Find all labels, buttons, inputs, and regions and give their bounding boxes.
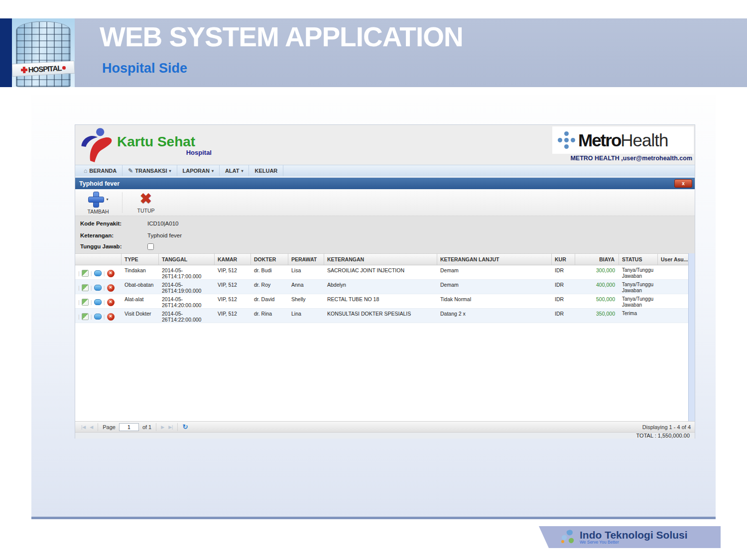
column-header-perawat[interactable]: PERAWAT	[288, 254, 324, 265]
table-header-row: TYPE TANGGAL KAMAR DOKTER PERAWAT KETERA…	[75, 253, 689, 265]
cell-kur: IDR	[552, 265, 575, 279]
cell-status: Tanya/Tunggu Jawaban	[619, 265, 658, 279]
cell-keterangan: SACROILIAC JOINT INJECTION	[324, 265, 437, 279]
window-title: Typhoid fever	[75, 180, 120, 187]
prev-page-button[interactable]: ◀	[88, 425, 95, 430]
cell-keterangan-lanjut: Demam	[437, 265, 552, 279]
window-close-button[interactable]: x	[674, 179, 692, 188]
cell-type: Tindakan	[122, 265, 159, 279]
hospital-building-illustration	[16, 21, 71, 87]
comment-icon[interactable]	[94, 299, 102, 305]
cell-biaya: 500,000	[575, 294, 619, 308]
window-titlebar: Typhoid fever x	[75, 178, 695, 189]
delete-icon[interactable]: ✕	[107, 313, 115, 321]
kartu-sehat-logo-icon	[79, 127, 116, 164]
cell-tanggal: 2014-05-26T14:22:00.000	[159, 309, 215, 323]
brand-name: Kartu Sehat	[117, 134, 232, 150]
tambah-label: TAMBAH	[88, 209, 109, 215]
delete-icon[interactable]: ✕	[107, 270, 115, 277]
kode-penyakit-value: ICD10|A010	[147, 221, 178, 226]
comment-icon[interactable]	[94, 285, 102, 291]
cell-type: Obat-obatan	[122, 280, 159, 294]
cell-tanggal: 2014-05-26T14:20:00.000	[159, 294, 215, 308]
first-page-button[interactable]: |◀	[79, 425, 88, 430]
slide-subtitle: Hospital Side	[102, 61, 187, 76]
table-row[interactable]: | | | ✕ Alat-alat 2014-05-26T14:20:00.00…	[75, 294, 689, 309]
table-row[interactable]: | | | ✕ Obat-obatan 2014-05-26T14:19:00.…	[75, 280, 689, 294]
tambah-button[interactable]: ▾ TAMBAH	[77, 191, 119, 215]
delete-icon[interactable]: ✕	[107, 284, 115, 292]
column-header-keterangan[interactable]: KETERANGAN	[324, 254, 437, 265]
navy-accent-stripe	[0, 18, 12, 87]
chevron-down-icon: ▾	[241, 169, 243, 173]
chevron-down-icon: ▾	[212, 169, 214, 173]
cell-dokter: dr. David	[251, 294, 288, 308]
keterangan-label: Keterangan:	[80, 232, 147, 238]
comment-icon[interactable]	[94, 314, 102, 320]
cell-biaya: 350,000	[575, 309, 619, 323]
column-header-kur[interactable]: KUR	[552, 254, 575, 265]
account-info: METRO HEALTH ,user@metrohealth.com	[570, 155, 692, 162]
cell-keterangan: Abdelyn	[324, 280, 437, 294]
actions-column-header	[75, 254, 122, 265]
tutup-label: TUTUP	[137, 208, 155, 214]
column-header-keterangan-lanjut[interactable]: KETERANGAN LANJUT	[437, 254, 552, 265]
next-page-button[interactable]: ▶	[159, 425, 166, 430]
column-header-tanggal[interactable]: TANGGAL	[159, 254, 215, 265]
nav-item-beranda[interactable]: ⌂ BERANDA	[78, 165, 123, 176]
table-row[interactable]: | | | ✕ Visit Dokter 2014-05-26T14:22:00…	[75, 309, 689, 323]
nav-label: BERANDA	[89, 168, 117, 174]
chevron-down-icon: ▾	[106, 197, 108, 202]
close-x-icon: ✖	[140, 191, 152, 207]
column-header-biaya[interactable]: BIAYA	[575, 254, 619, 265]
page-number-input[interactable]	[119, 423, 139, 431]
nav-label: KELUAR	[254, 168, 277, 174]
cell-user	[658, 280, 689, 294]
row-actions: | | | ✕	[75, 309, 122, 323]
cell-kamar: VIP, 512	[215, 294, 251, 308]
app-header: Kartu Sehat Hospital MetroHealth METRO H…	[75, 125, 695, 165]
cell-keterangan: KONSULTASI DOKTER SPESIALIS	[324, 309, 437, 323]
cell-status: Tanya/Tunggu Jawaban	[619, 294, 658, 308]
last-page-button[interactable]: ▶|	[166, 425, 175, 430]
divider	[177, 423, 178, 431]
detail-icon[interactable]	[82, 270, 89, 277]
metro-logo-bold-text: Metro	[578, 130, 621, 150]
tunggu-jawab-label: Tunggu Jawab:	[80, 243, 147, 250]
pencil-icon: ✎	[128, 167, 133, 174]
metrohealth-logo: MetroHealth	[552, 126, 694, 154]
nav-item-transaksi[interactable]: ✎ TRANSAKSI ▾	[123, 165, 177, 176]
cell-perawat: Lisa	[288, 265, 324, 279]
table-row[interactable]: | | | ✕ Tindakan 2014-05-26T14:17:00.000…	[75, 265, 689, 280]
page-label: Page	[103, 424, 116, 430]
divider	[156, 423, 156, 431]
vertical-scrollbar[interactable]	[688, 253, 695, 421]
row-actions: | | | ✕	[75, 280, 122, 294]
cell-dokter: dr. Budi	[251, 265, 288, 279]
cell-perawat: Shelly	[288, 294, 324, 308]
footer-company-name: Indo Teknologi Solusi	[580, 530, 688, 541]
tunggu-jawab-checkbox[interactable]	[147, 243, 154, 250]
cell-type: Alat-alat	[122, 294, 159, 308]
column-header-type[interactable]: TYPE	[122, 254, 159, 265]
tutup-button[interactable]: ✖ TUTUP	[125, 191, 167, 215]
column-header-kamar[interactable]: KAMAR	[215, 254, 251, 265]
column-header-dokter[interactable]: DOKTER	[251, 254, 288, 265]
column-header-user[interactable]: User Asu...	[658, 254, 689, 265]
hospital-photo: HOSPITAL	[12, 18, 75, 87]
column-header-status[interactable]: STATUS	[619, 254, 658, 265]
nav-item-keluar[interactable]: KELUAR	[249, 165, 283, 176]
nav-item-laporan[interactable]: LAPORAN ▾	[177, 165, 220, 176]
footer-ribbon: Indo Teknologi Solusi We Serve You Bette…	[539, 526, 721, 548]
comment-icon[interactable]	[94, 270, 102, 276]
delete-icon[interactable]: ✕	[107, 299, 115, 306]
detail-icon[interactable]	[82, 284, 89, 291]
row-actions: | | | ✕	[75, 294, 122, 308]
detail-icon[interactable]	[82, 299, 89, 306]
nav-item-alat[interactable]: ALAT ▾	[220, 165, 249, 176]
detail-icon[interactable]	[82, 313, 89, 320]
nav-label: TRANSAKSI	[135, 168, 167, 174]
cell-tanggal: 2014-05-26T14:19:00.000	[159, 280, 215, 294]
app-window: Kartu Sehat Hospital MetroHealth METRO H…	[75, 124, 695, 439]
refresh-icon[interactable]: ↻	[180, 423, 190, 431]
